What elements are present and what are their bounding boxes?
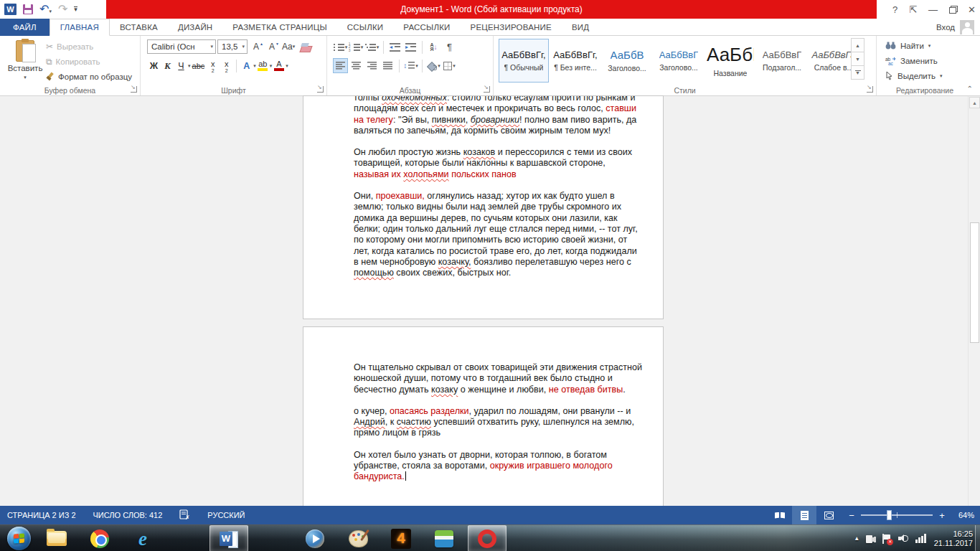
numbering-button[interactable]: ▾ bbox=[349, 39, 364, 55]
styles-scroll-up-icon[interactable]: ▲ bbox=[851, 38, 864, 52]
zoom-out-button[interactable]: − bbox=[848, 510, 855, 521]
print-layout-button[interactable] bbox=[792, 506, 816, 524]
sign-in[interactable]: Вход bbox=[936, 19, 974, 36]
multilevel-list-button[interactable]: ▾ bbox=[364, 39, 380, 55]
save-icon[interactable] bbox=[23, 4, 33, 14]
highlight-button[interactable]: ab bbox=[256, 58, 270, 74]
tab-файл[interactable]: ФАЙЛ bbox=[0, 19, 50, 36]
styles-scroll-down-icon[interactable]: ▼ bbox=[851, 52, 864, 66]
tab-рассылки[interactable]: РАССЫЛКИ bbox=[393, 19, 460, 36]
subscript-button[interactable]: x2 bbox=[206, 58, 220, 74]
increase-indent-button[interactable]: ▸ bbox=[403, 39, 418, 55]
collapse-ribbon-icon[interactable]: ⌃ bbox=[967, 85, 973, 93]
scrollbar-thumb[interactable] bbox=[970, 222, 979, 343]
clipboard-dialog-launcher-icon[interactable] bbox=[131, 86, 137, 93]
grow-font-button[interactable]: А bbox=[249, 39, 263, 54]
word-count[interactable]: ЧИСЛО СЛОВ: 412 bbox=[93, 511, 163, 519]
shading-button[interactable]: ▾ bbox=[426, 58, 441, 73]
style-card[interactable]: АаБбВвГПодзагол... bbox=[757, 39, 807, 83]
taskbar-app-opera[interactable] bbox=[468, 525, 507, 551]
start-button[interactable] bbox=[7, 527, 31, 550]
network-signal-icon[interactable] bbox=[915, 534, 926, 543]
taskbar-app-wmp[interactable] bbox=[296, 525, 334, 551]
paragraph[interactable]: толпы охочекомонных: стоило только есаул… bbox=[354, 95, 642, 136]
undo-button[interactable]: ↶▾ bbox=[39, 3, 52, 16]
zoom-slider-thumb[interactable] bbox=[887, 510, 892, 520]
style-card[interactable]: АаБбВвГЗаголово... bbox=[654, 39, 704, 83]
vertical-scrollbar[interactable]: ▲ bbox=[968, 96, 980, 506]
font-color-dropdown-icon[interactable]: ▾ bbox=[286, 63, 288, 69]
shrink-font-button[interactable]: А bbox=[265, 39, 279, 54]
zoom-slider[interactable] bbox=[861, 514, 933, 516]
tab-ссылки[interactable]: ССЫЛКИ bbox=[337, 19, 394, 36]
hidden-icons-arrow[interactable]: ▲ bbox=[854, 535, 859, 542]
taskbar-app-explorer[interactable] bbox=[37, 525, 76, 551]
align-right-button[interactable] bbox=[364, 58, 380, 73]
decrease-indent-button[interactable]: ◂ bbox=[387, 39, 402, 55]
avatar-icon[interactable] bbox=[960, 20, 974, 34]
line-spacing-button[interactable]: ↕▾ bbox=[403, 58, 418, 73]
zoom-percentage[interactable]: 64% bbox=[950, 511, 974, 519]
paragraph[interactable]: Он любил простую жизнь козаков и перессо… bbox=[354, 147, 642, 180]
style-card[interactable]: АаБбВвГг,¶ Без инте... bbox=[550, 39, 600, 83]
align-left-button[interactable] bbox=[333, 58, 348, 73]
paste-dropdown-icon[interactable]: ▾ bbox=[24, 75, 27, 80]
document-page-2[interactable]: Он тщательно скрывал от своих товарищей … bbox=[303, 326, 664, 507]
style-card[interactable]: АаБбВЗаголово... bbox=[602, 39, 652, 83]
underline-button[interactable]: Ч bbox=[174, 58, 188, 74]
show-marks-button[interactable]: ¶ bbox=[442, 39, 457, 55]
styles-more-icon[interactable]: ▼ bbox=[851, 65, 864, 80]
font-size-dropdown-icon[interactable]: ▾ bbox=[242, 44, 245, 50]
bold-button[interactable]: Ж bbox=[147, 58, 161, 74]
document-page-1[interactable]: толпы охочекомонных: стоило только есаул… bbox=[303, 95, 664, 319]
sort-button[interactable]: АЯ↓ bbox=[426, 39, 441, 55]
tab-рецензирование[interactable]: РЕЦЕНЗИРОВАНИЕ bbox=[461, 19, 562, 36]
paragraph[interactable]: Он тщательно скрывал от своих товарищей … bbox=[354, 362, 642, 395]
taskbar-app-paint[interactable] bbox=[339, 525, 377, 551]
format-painter-button[interactable]: Формат по образцу bbox=[46, 70, 132, 83]
strikethrough-button[interactable]: abc bbox=[191, 58, 207, 74]
justify-button[interactable] bbox=[380, 58, 395, 73]
cut-button[interactable]: ✂ Вырезать bbox=[46, 40, 132, 52]
paragraph[interactable]: Они, проехавши, оглянулись назад; хутор … bbox=[354, 191, 642, 278]
tab-разметка-страницы[interactable]: РАЗМЕТКА СТРАНИЦЫ bbox=[222, 19, 336, 36]
align-center-button[interactable] bbox=[349, 58, 364, 73]
select-button[interactable]: Выделить▾ bbox=[885, 70, 943, 82]
taskbar-clock[interactable]: 16:25 21.11.2017 bbox=[934, 529, 973, 548]
paragraph[interactable]: о кучер, опасаясь разделки, ударил по ло… bbox=[354, 406, 642, 439]
taskbar-app-word[interactable] bbox=[209, 525, 248, 551]
style-card[interactable]: АаБбВвГгНазвание bbox=[705, 39, 755, 83]
paragraph[interactable]: Он хотел было узнать от дворни, которая … bbox=[354, 450, 642, 483]
web-layout-button[interactable] bbox=[816, 506, 841, 524]
taskbar-app-powerpoint[interactable] bbox=[253, 525, 291, 551]
safely-remove-hardware-icon[interactable] bbox=[866, 534, 875, 544]
ribbon-display-options-icon[interactable]: ⇱ bbox=[909, 4, 917, 15]
zoom-in-button[interactable]: + bbox=[938, 510, 946, 521]
font-name-combobox[interactable]: Calibri (Осн▾ bbox=[147, 39, 216, 54]
tab-вид[interactable]: ВИД bbox=[562, 19, 599, 36]
proofing-status-icon[interactable]: ✗ bbox=[179, 509, 190, 521]
paste-button[interactable]: Вставить ▾ bbox=[6, 39, 44, 86]
volume-icon[interactable] bbox=[898, 534, 909, 543]
font-size-combobox[interactable]: 13,5▾ bbox=[217, 39, 248, 54]
paragraph-dialog-launcher-icon[interactable] bbox=[484, 86, 490, 93]
read-mode-button[interactable] bbox=[768, 506, 792, 524]
taskbar-app-game4[interactable]: 4 bbox=[382, 525, 420, 551]
taskbar-app-calculator[interactable] bbox=[166, 525, 205, 551]
bullets-button[interactable]: ▾ bbox=[333, 39, 348, 55]
font-dialog-launcher-icon[interactable] bbox=[317, 86, 324, 93]
copy-button[interactable]: ⧉ Копировать bbox=[46, 55, 132, 67]
undo-dropdown-icon[interactable]: ▾ bbox=[49, 9, 52, 14]
superscript-button[interactable]: x2 bbox=[220, 58, 233, 74]
language-indicator[interactable]: РУССКИЙ bbox=[207, 511, 245, 519]
find-button[interactable]: Найти▾ bbox=[885, 39, 943, 52]
page-indicator[interactable]: СТРАНИЦА 2 ИЗ 2 bbox=[7, 511, 76, 519]
font-name-dropdown-icon[interactable]: ▾ bbox=[210, 44, 213, 50]
word-logo-icon[interactable]: W bbox=[4, 4, 17, 15]
styles-dialog-launcher-icon[interactable] bbox=[867, 86, 873, 93]
help-button[interactable]: ? bbox=[892, 4, 897, 15]
customize-qat-icon[interactable]: ▾ bbox=[74, 6, 77, 12]
scroll-up-icon[interactable]: ▲ bbox=[969, 97, 980, 108]
taskbar-app-bluestacks[interactable] bbox=[425, 525, 463, 551]
style-card[interactable]: АаБбВвГг,¶ Обычный bbox=[499, 39, 549, 83]
